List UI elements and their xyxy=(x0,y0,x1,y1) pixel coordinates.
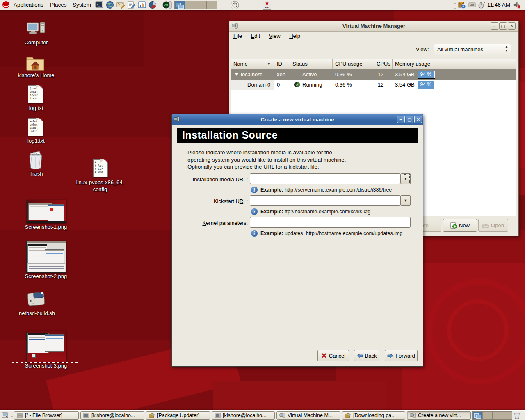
package-icon xyxy=(345,413,351,418)
vm-cpu: 0.36 % xyxy=(335,71,352,78)
back-button[interactable]: Back xyxy=(354,350,379,361)
workspace-4[interactable] xyxy=(207,1,217,9)
workspace-2[interactable] xyxy=(185,1,196,9)
menu-system[interactable]: System xyxy=(70,0,94,10)
workspace-1[interactable] xyxy=(175,1,185,9)
taskbar-button-package-updater[interactable]: [Package Updater] xyxy=(146,411,210,420)
desktop-icon-screenshot1[interactable] xyxy=(26,200,66,223)
taskbar-button-file-browser[interactable]: [/ - File Browser] xyxy=(14,411,79,420)
maximize-icon[interactable]: ▢ xyxy=(406,116,413,123)
vm-applet-icon[interactable]: VM xyxy=(162,1,172,9)
desktop-icon-home[interactable] xyxy=(25,54,47,73)
taskbar-button-vmm[interactable]: Virtual Machine M... xyxy=(276,411,340,420)
dialog-titlebar[interactable]: Create a new virtual machine – ▢ ✕ xyxy=(172,114,423,125)
trash-applet-icon[interactable] xyxy=(514,412,520,419)
dialog-separator xyxy=(177,347,418,347)
workspace-3[interactable] xyxy=(196,1,207,9)
workspace-2[interactable] xyxy=(483,412,493,419)
menu-applications[interactable]: Applications xyxy=(11,0,46,10)
install-media-url-input[interactable] xyxy=(250,173,401,184)
vmm-title: Virtual Machine Manager xyxy=(229,21,518,31)
column-header-cpus[interactable]: CPUs xyxy=(374,59,393,69)
minimize-icon[interactable]: – xyxy=(397,116,405,123)
keyboard-indicator-icon[interactable] xyxy=(468,1,476,9)
kernel-parameters-input[interactable] xyxy=(250,217,411,228)
mouse-preferences-tray-icon[interactable] xyxy=(477,1,486,9)
taskbar-button-terminal2[interactable]: [kishore@localho... xyxy=(212,411,275,420)
writer-launcher-icon[interactable] xyxy=(127,1,135,9)
desktop-icon-config[interactable]: # # Aut # Lir # Wed xyxy=(93,159,108,177)
desktop-icon-trash[interactable] xyxy=(27,151,45,170)
workspace-4[interactable] xyxy=(502,412,512,419)
vmm-menubar: File Edit View Help xyxy=(230,32,518,41)
desktop-icon-log-txt[interactable]: [root total drwxr drwxr xyxy=(28,85,43,103)
vnc-tray-icon[interactable]: V nc xyxy=(263,1,271,10)
column-header-name[interactable]: Name ▼ xyxy=(231,59,274,69)
column-header-id[interactable]: ID xyxy=(274,59,290,69)
info-icon: i xyxy=(251,230,258,237)
desktop-icon-screenshot3[interactable] xyxy=(26,331,66,362)
wizard-step-title: Installation Source xyxy=(177,128,418,141)
tree-expander-icon[interactable] xyxy=(235,73,238,76)
vmm-menu-file[interactable]: File xyxy=(230,32,246,40)
vmm-menu-help[interactable]: Help xyxy=(285,32,304,40)
forward-button[interactable]: Forward xyxy=(385,350,418,361)
show-desktop-icon[interactable] xyxy=(2,412,9,419)
vm-cpus: 12 xyxy=(374,69,393,80)
vmm-menu-view[interactable]: View xyxy=(265,32,284,40)
desktop-icon-screenshot2[interactable] xyxy=(26,241,66,273)
vm-status: Active xyxy=(290,69,333,80)
vm-table-header: Name ▼ ID Status CPU usage CPUs Memory u… xyxy=(231,59,516,69)
workspace-1[interactable] xyxy=(473,412,483,419)
column-header-status[interactable]: Status xyxy=(290,59,333,69)
desktop-icon-home-label: kishore's Home xyxy=(6,72,66,78)
task-label: [Downloading pa... xyxy=(353,413,396,418)
dropdown-spinner-icon[interactable]: ▲ ▼ xyxy=(502,44,511,55)
taskbar-button-terminal1[interactable]: [kishore@localho... xyxy=(80,411,144,420)
install-media-url-dropdown-icon[interactable]: ▼ xyxy=(401,173,411,184)
minimize-icon[interactable]: – xyxy=(491,22,498,30)
redhat-logo-icon[interactable] xyxy=(2,1,10,9)
vmm-titlebar[interactable]: Virtual Machine Manager – ▢ ✕ xyxy=(229,21,518,32)
maximize-icon[interactable]: ▢ xyxy=(499,22,507,30)
thumbnail-window xyxy=(27,244,47,263)
view-filter-dropdown[interactable]: All virtual machines ▲ ▼ xyxy=(434,44,511,55)
vmm-menu-edit[interactable]: Edit xyxy=(247,32,264,40)
workspace-3[interactable] xyxy=(493,412,502,419)
system-monitor-launcher-icon[interactable] xyxy=(148,1,157,9)
taskbar-button-create-vm[interactable]: Create a new virt... xyxy=(407,411,471,420)
file-preview-line: # Lir xyxy=(95,167,107,171)
view-filter-value: All virtual machines xyxy=(437,46,483,52)
cancel-button[interactable]: Cancel xyxy=(317,350,349,361)
terminal-icon xyxy=(83,413,89,418)
chart-launcher-icon[interactable] xyxy=(138,1,146,9)
install-media-example: Example: http://servername.example.com/d… xyxy=(260,187,392,193)
new-vm-button[interactable]: New xyxy=(443,219,477,232)
column-header-memory-usage[interactable]: Memory usage xyxy=(393,59,516,69)
close-icon[interactable]: ✕ xyxy=(508,22,516,30)
task-label: [kishore@localho... xyxy=(91,413,135,418)
vm-table-row-domain0[interactable]: Domain-0 0 Running 0.36 % 12 3.54 GB 94 … xyxy=(231,80,516,90)
kickstart-url-input[interactable] xyxy=(250,195,401,206)
open-vm-button[interactable]: Open xyxy=(478,219,508,232)
software-update-tray-icon[interactable] xyxy=(458,1,466,9)
vm-table-row-localhost[interactable]: localhost xen Active 0.36 % 12 3.54 GB 9… xyxy=(231,69,516,80)
taskbar-button-downloading[interactable]: [Downloading pa... xyxy=(342,411,405,420)
desktop-icon-netbsd-script[interactable]: >_ xyxy=(27,291,46,308)
desktop-icon-log1-txt[interactable]: selec selec Unabl Falli xyxy=(28,118,43,136)
task-label: [kishore@localho... xyxy=(223,413,267,418)
new-vm-icon xyxy=(450,222,457,229)
volume-muted-tray-icon[interactable] xyxy=(513,1,521,9)
kickstart-url-dropdown-icon[interactable]: ▼ xyxy=(401,195,411,206)
tasklist-drag-handle[interactable] xyxy=(11,412,13,419)
web-browser-launcher-icon[interactable] xyxy=(106,1,114,9)
menu-places[interactable]: Places xyxy=(47,0,70,10)
tray-drag-handle[interactable] xyxy=(454,1,456,9)
clock[interactable]: 11:46 AM xyxy=(487,0,510,10)
email-launcher-icon[interactable] xyxy=(116,1,125,9)
column-header-cpu-usage[interactable]: CPU usage xyxy=(333,59,374,69)
close-icon[interactable]: ✕ xyxy=(414,116,422,123)
terminal-launcher-icon[interactable]: >_ xyxy=(95,1,103,9)
svg-text:VM: VM xyxy=(164,4,168,7)
power-session-icon[interactable] xyxy=(231,1,239,9)
